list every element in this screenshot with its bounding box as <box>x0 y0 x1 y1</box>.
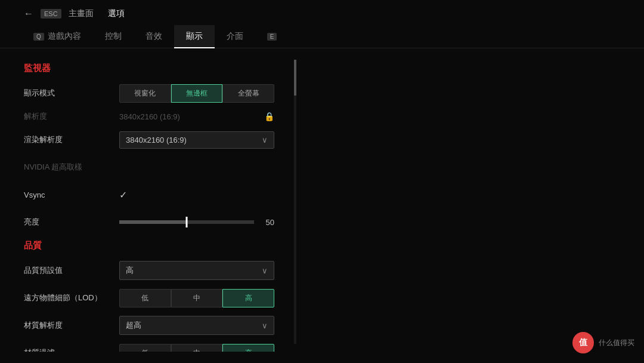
display-mode-windowed[interactable]: 視窗化 <box>119 84 171 103</box>
tab-badge-q: Q <box>33 33 44 41</box>
brightness-slider[interactable] <box>119 220 254 224</box>
breadcrumb-home[interactable]: 主畫面 <box>69 8 94 19</box>
quality-preset-dropdown[interactable]: 高 ∨ <box>119 261 274 280</box>
lock-icon: 🔒 <box>264 112 274 121</box>
brightness-row: 亮度 50 <box>24 213 274 232</box>
lod-label: 遠方物體細節（LOD） <box>24 293 102 303</box>
breadcrumb-options: 選項 <box>108 8 125 19</box>
resolution-label: 解析度 <box>24 111 101 122</box>
brightness-label: 亮度 <box>24 217 101 227</box>
tab-label-control: 控制 <box>105 31 122 42</box>
watermark-text: 什么值得买 <box>599 338 634 348</box>
display-mode-row: 顯示模式 視窗化 無邊框 全螢幕 <box>24 84 274 103</box>
texture-filter-control: 低 中 高 <box>119 344 274 352</box>
tab-display[interactable]: 顯示 <box>174 25 215 48</box>
esc-badge: ESC <box>41 9 61 19</box>
resolution-value: 3840x2160 (16:9) <box>119 112 180 121</box>
tab-gameplay[interactable]: Q 遊戲內容 <box>21 25 93 48</box>
tab-audio[interactable]: 音效 <box>134 25 174 48</box>
render-resolution-dropdown[interactable]: 3840x2160 (16:9) ∨ <box>119 131 274 149</box>
right-panel <box>298 48 644 352</box>
texture-filter-row: 材質過濾 低 中 高 <box>24 343 274 352</box>
vsync-row: Vsync ✓ <box>24 185 274 204</box>
display-mode-label: 顯示模式 <box>24 88 101 99</box>
render-resolution-arrow: ∨ <box>262 136 268 144</box>
texture-filter-mid[interactable]: 中 <box>171 344 223 352</box>
texture-filter-high[interactable]: 高 <box>222 344 274 352</box>
lod-row: 遠方物體細節（LOD） 低 中 高 <box>24 288 274 307</box>
settings-panel: 監視器 顯示模式 視窗化 無邊框 全螢幕 解析度 3840x2160 (16:9… <box>0 48 298 352</box>
tabs-bar: Q 遊戲內容 控制 音效 顯示 介面 E <box>0 25 644 48</box>
scrollbar-thumb[interactable] <box>294 60 296 96</box>
brightness-value: 50 <box>260 218 274 227</box>
main-content: 監視器 顯示模式 視窗化 無邊框 全螢幕 解析度 3840x2160 (16:9… <box>0 48 644 352</box>
vsync-checkmark[interactable]: ✓ <box>119 189 127 201</box>
tab-control[interactable]: 控制 <box>93 25 134 48</box>
lod-mid[interactable]: 中 <box>171 289 223 307</box>
tab-badge-e: E <box>267 33 277 41</box>
texture-res-label: 材質解析度 <box>24 320 101 331</box>
display-mode-fullscreen[interactable]: 全螢幕 <box>222 84 274 103</box>
display-mode-control: 視窗化 無邊框 全螢幕 <box>119 84 274 103</box>
tab-label-interface: 介面 <box>227 31 243 42</box>
texture-filter-label: 材質過濾 <box>24 347 101 352</box>
quality-preset-value: 高 <box>126 265 134 276</box>
lod-high[interactable]: 高 <box>222 289 274 307</box>
brightness-control: 50 <box>119 218 274 227</box>
texture-res-arrow: ∨ <box>262 321 268 330</box>
vsync-label: Vsync <box>24 190 101 199</box>
quality-preset-row: 品質預設值 高 ∨ <box>24 261 274 280</box>
top-nav: ← ESC 主畫面 選項 <box>0 0 644 25</box>
nvidia-row: NVIDIA 超高取樣 <box>24 158 274 177</box>
tab-interface[interactable]: 介面 <box>215 25 255 48</box>
scrollbar-track <box>294 60 296 344</box>
render-resolution-label: 渲染解析度 <box>24 134 101 145</box>
lod-low[interactable]: 低 <box>119 289 171 307</box>
texture-filter-low[interactable]: 低 <box>119 344 171 352</box>
section-monitor: 監視器 <box>24 63 274 74</box>
render-resolution-row: 渲染解析度 3840x2160 (16:9) ∨ <box>24 130 274 149</box>
nvidia-label: NVIDIA 超高取樣 <box>24 162 82 173</box>
display-mode-borderless[interactable]: 無邊框 <box>171 84 223 103</box>
section-quality: 品質 <box>24 240 274 251</box>
quality-preset-label: 品質預設值 <box>24 265 101 276</box>
texture-res-value: 超高 <box>126 320 141 331</box>
texture-res-dropdown[interactable]: 超高 ∨ <box>119 316 274 335</box>
tab-label-gameplay: 遊戲內容 <box>48 31 81 42</box>
tab-label-display: 顯示 <box>186 31 203 42</box>
lod-control: 低 中 高 <box>119 289 274 307</box>
back-button[interactable]: ← <box>24 8 33 19</box>
vsync-control: ✓ <box>119 189 274 201</box>
render-resolution-value: 3840x2160 (16:9) <box>126 136 187 144</box>
tab-label-audio: 音效 <box>145 31 162 42</box>
watermark-icon: 值 <box>572 332 594 353</box>
tab-e[interactable]: E <box>255 27 289 47</box>
resolution-row: 解析度 3840x2160 (16:9) 🔒 <box>24 111 274 122</box>
watermark: 值 什么值得买 <box>572 332 634 353</box>
texture-res-row: 材質解析度 超高 ∨ <box>24 316 274 335</box>
quality-preset-arrow: ∨ <box>262 266 268 275</box>
